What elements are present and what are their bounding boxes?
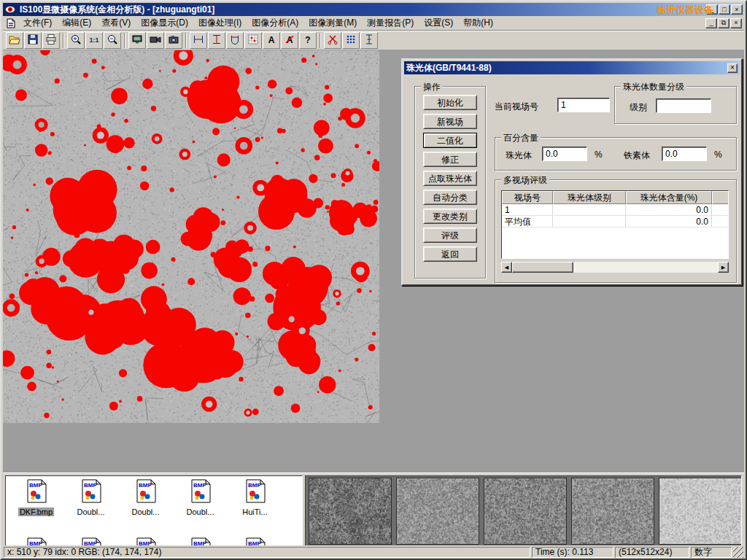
table-row[interactable]: 10.0: [502, 204, 728, 216]
file-name: Doubl...: [185, 508, 216, 516]
mdi-minimize-button[interactable]: _: [705, 18, 717, 28]
operation-button[interactable]: 自动分类: [423, 190, 477, 205]
table-column-header[interactable]: 珠光体级别: [553, 191, 626, 204]
toolbar-button-zoom-out[interactable]: [104, 32, 121, 49]
dialog-title-bar[interactable]: 珠光体(GB/T9441-88) ×: [404, 61, 740, 74]
toolbar-button-text-label[interactable]: A: [263, 32, 280, 49]
ferrite-percent-input[interactable]: [662, 147, 707, 161]
dialog-title: 珠光体(GB/T9441-88): [406, 62, 727, 74]
sample-thumbnail-1[interactable]: [309, 478, 392, 545]
scroll-right-button[interactable]: ▶: [718, 262, 729, 273]
operation-button[interactable]: 点取珠光体: [423, 171, 477, 186]
multi-field-table[interactable]: 视场号珠光体级别珠光体含量(%)铁素 10.0平均值0.0: [501, 190, 729, 259]
point-grid-icon: [345, 34, 357, 47]
micrometer-icon: [229, 34, 241, 47]
cut-icon: [327, 34, 338, 47]
file-item[interactable]: BMPDKF.bmp: [9, 478, 63, 519]
dialog-close-button[interactable]: ×: [727, 63, 738, 73]
sample-thumbnail-4[interactable]: [571, 478, 654, 545]
toolbar-button-camera[interactable]: [165, 32, 182, 49]
status-bar: x: 510 y: 79 idx: 0 RGB: (174, 174, 174)…: [3, 545, 744, 559]
menu-item[interactable]: 测量报告(P): [362, 15, 419, 31]
level-input[interactable]: [656, 98, 711, 113]
toolbar-button-video-camera[interactable]: [147, 32, 164, 49]
file-item[interactable]: BMPDoubl...: [173, 478, 228, 519]
sample-thumbnail-3[interactable]: [484, 478, 567, 545]
multi-field-group: 多视场评级 视场号珠光体级别珠光体含量(%)铁素 10.0平均值0.0 ◀ ▶: [495, 179, 737, 283]
menu-item[interactable]: 帮助(H): [458, 15, 498, 31]
operation-button[interactable]: 评级: [423, 228, 477, 243]
menu-item[interactable]: 图像显示(D): [136, 15, 193, 31]
menu-item[interactable]: 图像处理(I): [193, 15, 247, 31]
status-resolution: (512x512x24): [615, 547, 689, 558]
menu-item[interactable]: 图像测量(M): [303, 15, 362, 31]
file-row-1: BMPDKF.bmpBMPDoubl...BMPDoubl...BMPDoubl…: [9, 478, 282, 519]
file-row-2: BMPBMPBMPBMPBMP: [9, 536, 282, 546]
toolbar-button-caliper-outside[interactable]: [208, 32, 225, 49]
file-item[interactable]: BMPDoubl...: [118, 478, 173, 519]
menu-item[interactable]: 文件(F): [18, 15, 57, 31]
sample-thumbnail-5[interactable]: [659, 478, 742, 545]
file-item[interactable]: BMPDoubl...: [63, 478, 118, 519]
window-close-button[interactable]: ×: [731, 4, 743, 15]
scroll-thumb[interactable]: [512, 262, 573, 273]
bmp-file-icon: BMP: [24, 493, 48, 505]
multi-field-group-label: 多视场评级: [501, 174, 549, 187]
table-body: 10.0平均值0.0: [502, 204, 728, 228]
toolbar-button-micrometer[interactable]: [226, 32, 244, 49]
menu-item[interactable]: 设置(S): [419, 15, 458, 31]
metallographic-image[interactable]: [3, 50, 379, 423]
operation-button[interactable]: 二值化: [423, 133, 477, 148]
toolbar-button-text-strike[interactable]: A: [281, 32, 298, 49]
menu-item[interactable]: 图像分析(A): [247, 15, 303, 31]
toolbar-button-caliper-vertical[interactable]: [360, 32, 378, 49]
toolbar: 1:1AA?: [3, 30, 744, 50]
toolbar-button-cut[interactable]: [324, 32, 341, 49]
mdi-restore-button[interactable]: ⧉: [718, 18, 729, 28]
table-column-header[interactable]: 珠光体含量(%): [626, 191, 712, 204]
operation-button[interactable]: 新视场: [423, 114, 477, 129]
operations-group-label: 操作: [421, 81, 443, 93]
table-row[interactable]: 平均值0.0: [502, 216, 728, 228]
pearlite-percent-input[interactable]: [542, 147, 587, 161]
toolbar-button-print[interactable]: [42, 32, 60, 49]
toolbar-button-point-grid[interactable]: [342, 32, 360, 49]
table-cell: [712, 216, 729, 228]
scroll-track[interactable]: [512, 262, 718, 273]
toolbar-button-caliper-horizontal[interactable]: [190, 32, 207, 49]
table-column-header[interactable]: 视场号: [502, 191, 553, 204]
table-column-header[interactable]: 铁素: [712, 191, 729, 204]
table-cell: [553, 204, 626, 216]
file-item[interactable]: BMP: [228, 536, 282, 546]
toolbar-button-display[interactable]: [128, 32, 146, 49]
resize-grip[interactable]: [733, 547, 743, 558]
file-item[interactable]: BMP: [63, 536, 118, 546]
operation-button[interactable]: 返回: [423, 246, 477, 262]
file-item[interactable]: BMP: [173, 536, 228, 546]
file-item[interactable]: BMP: [9, 536, 63, 546]
scroll-left-button[interactable]: ◀: [501, 262, 512, 273]
menu-item[interactable]: 编辑(E): [57, 15, 96, 31]
operations-buttons: 初始化新视场二值化修正点取珠光体自动分类更改类别评级返回: [415, 87, 485, 262]
toolbar-button-actual-size[interactable]: 1:1: [85, 32, 103, 49]
toolbar-button-grid-measure[interactable]: [244, 32, 262, 49]
file-item[interactable]: BMPHuiTi...: [228, 478, 282, 519]
table-cell: 0.0: [626, 216, 712, 228]
toolbar-button-help[interactable]: ?: [299, 32, 317, 49]
operation-button[interactable]: 更改类别: [423, 209, 477, 224]
toolbar-button-zoom-in[interactable]: [67, 32, 85, 49]
menu-item[interactable]: 查看(V): [96, 15, 136, 31]
mdi-close-button[interactable]: ×: [730, 18, 742, 28]
pearlite-dialog: 珠光体(GB/T9441-88) × 操作 初始化新视场二值化修正点取珠光体自动…: [401, 58, 743, 286]
toolbar-button-save[interactable]: [24, 32, 42, 49]
window-maximize-button[interactable]: □: [719, 4, 730, 15]
operation-button[interactable]: 修正: [423, 152, 477, 167]
operation-button[interactable]: 初始化: [423, 95, 477, 110]
sample-thumbnail-2[interactable]: [396, 478, 479, 545]
svg-text:?: ?: [305, 34, 310, 44]
toolbar-button-open-folder[interactable]: [6, 32, 23, 49]
file-browser[interactable]: BMPDKF.bmpBMPDoubl...BMPDoubl...BMPDoubl…: [5, 475, 303, 546]
current-field-input[interactable]: [557, 98, 610, 112]
file-item[interactable]: BMP: [118, 536, 173, 546]
table-hscrollbar[interactable]: ◀ ▶: [501, 262, 729, 273]
